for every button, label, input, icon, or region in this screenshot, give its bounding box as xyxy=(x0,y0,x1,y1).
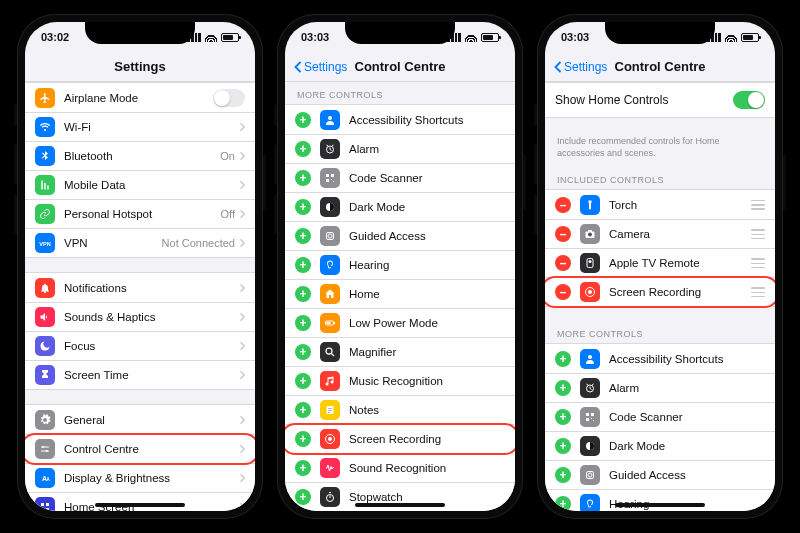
record-icon xyxy=(580,282,600,302)
grid-icon xyxy=(35,497,55,511)
settings-row-home-screen[interactable]: Home Screen xyxy=(25,492,255,511)
settings-row-airplane-mode[interactable]: Airplane Mode xyxy=(25,83,255,112)
settings-row-screen-time[interactable]: Screen Time xyxy=(25,360,255,389)
add-button[interactable]: + xyxy=(295,257,311,273)
add-button[interactable]: + xyxy=(295,141,311,157)
cell-label: Code Scanner xyxy=(349,172,505,184)
controlcentre-content[interactable]: Show Home ControlsInclude recommended co… xyxy=(545,82,775,511)
status-time: 03:02 xyxy=(41,31,69,43)
settings-row-sounds-haptics[interactable]: Sounds & Haptics xyxy=(25,302,255,331)
add-button[interactable]: + xyxy=(555,380,571,396)
remove-button[interactable]: – xyxy=(555,197,571,213)
chevron-right-icon xyxy=(239,312,245,322)
more-control-hearing[interactable]: +Hearing xyxy=(545,489,775,511)
add-button[interactable]: + xyxy=(555,351,571,367)
add-button[interactable]: + xyxy=(555,409,571,425)
remove-button[interactable]: – xyxy=(555,255,571,271)
add-button[interactable]: + xyxy=(555,467,571,483)
more-control-dark-mode[interactable]: +Dark Mode xyxy=(285,192,515,221)
settings-row-control-centre[interactable]: Control Centre xyxy=(25,434,255,463)
more-control-home[interactable]: +Home xyxy=(285,279,515,308)
wifi-status-icon xyxy=(465,33,477,42)
home-indicator[interactable] xyxy=(615,503,705,507)
home-indicator[interactable] xyxy=(95,503,185,507)
settings-row-personal-hotspot[interactable]: Personal HotspotOff xyxy=(25,199,255,228)
cell-label: General xyxy=(64,414,239,426)
drag-handle-icon[interactable] xyxy=(751,200,765,210)
add-button[interactable]: + xyxy=(295,373,311,389)
page-title: Control Centre xyxy=(615,59,706,74)
more-control-accessibility-shortcuts[interactable]: +Accessibility Shortcuts xyxy=(285,105,515,134)
settings-row-focus[interactable]: Focus xyxy=(25,331,255,360)
more-control-screen-recording[interactable]: +Screen Recording xyxy=(285,424,515,453)
drag-handle-icon[interactable] xyxy=(751,287,765,297)
more-control-music-recognition[interactable]: +Music Recognition xyxy=(285,366,515,395)
included-control-apple-tv-remote[interactable]: –Apple TV Remote xyxy=(545,248,775,277)
more-control-low-power-mode[interactable]: +Low Power Mode xyxy=(285,308,515,337)
add-button[interactable]: + xyxy=(555,496,571,511)
settings-row-bluetooth[interactable]: BluetoothOn xyxy=(25,141,255,170)
add-button[interactable]: + xyxy=(295,315,311,331)
remove-button[interactable]: – xyxy=(555,226,571,242)
more-control-magnifier[interactable]: +Magnifier xyxy=(285,337,515,366)
settings-row-general[interactable]: General xyxy=(25,405,255,434)
status-time: 03:03 xyxy=(561,31,589,43)
more-control-alarm[interactable]: +Alarm xyxy=(545,373,775,402)
back-button[interactable]: Settings xyxy=(553,60,607,74)
remove-button[interactable]: – xyxy=(555,284,571,300)
chevron-right-icon xyxy=(239,341,245,351)
section-header-more: More Controls xyxy=(285,82,515,104)
settings-content[interactable]: Airplane ModeWi-FiBluetoothOnMobile Data… xyxy=(25,82,255,511)
cell-label: VPN xyxy=(64,237,162,249)
cell-label: Sounds & Haptics xyxy=(64,311,239,323)
home-indicator[interactable] xyxy=(355,503,445,507)
toggle-airplane mode[interactable] xyxy=(213,89,245,107)
battery-icon xyxy=(221,33,239,42)
more-control-guided-access[interactable]: +Guided Access xyxy=(285,221,515,250)
toggle-show-home-controls[interactable] xyxy=(733,91,765,109)
wifi-icon xyxy=(35,117,55,137)
show-home-controls-row[interactable]: Show Home Controls xyxy=(545,83,775,117)
included-control-screen-recording[interactable]: –Screen Recording xyxy=(545,277,775,306)
more-control-hearing[interactable]: +Hearing xyxy=(285,250,515,279)
add-button[interactable]: + xyxy=(295,228,311,244)
add-button[interactable]: + xyxy=(555,438,571,454)
add-button[interactable]: + xyxy=(295,286,311,302)
chevron-right-icon xyxy=(239,283,245,293)
drag-handle-icon[interactable] xyxy=(751,258,765,268)
more-control-dark-mode[interactable]: +Dark Mode xyxy=(545,431,775,460)
bluetooth-icon xyxy=(35,146,55,166)
more-control-alarm[interactable]: +Alarm xyxy=(285,134,515,163)
add-button[interactable]: + xyxy=(295,170,311,186)
add-button[interactable]: + xyxy=(295,344,311,360)
add-button[interactable]: + xyxy=(295,199,311,215)
cell-label: Airplane Mode xyxy=(64,92,213,104)
link-icon xyxy=(35,204,55,224)
cell-label: Focus xyxy=(64,340,239,352)
settings-row-mobile-data[interactable]: Mobile Data xyxy=(25,170,255,199)
included-control-camera[interactable]: –Camera xyxy=(545,219,775,248)
settings-row-display-brightness[interactable]: AADisplay & Brightness xyxy=(25,463,255,492)
add-button[interactable]: + xyxy=(295,402,311,418)
add-button[interactable]: + xyxy=(295,460,311,476)
more-control-sound-recognition[interactable]: +Sound Recognition xyxy=(285,453,515,482)
controlcentre-content[interactable]: More Controls+Accessibility Shortcuts+Al… xyxy=(285,82,515,511)
settings-row-vpn[interactable]: VPNVPNNot Connected xyxy=(25,228,255,257)
drag-handle-icon[interactable] xyxy=(751,229,765,239)
included-control-torch[interactable]: –Torch xyxy=(545,190,775,219)
settings-row-notifications[interactable]: Notifications xyxy=(25,273,255,302)
more-control-notes[interactable]: +Notes xyxy=(285,395,515,424)
more-control-guided-access[interactable]: +Guided Access xyxy=(545,460,775,489)
svg-point-48 xyxy=(588,290,592,294)
hourglass-icon xyxy=(35,365,55,385)
back-button[interactable]: Settings xyxy=(293,60,347,74)
add-button[interactable]: + xyxy=(295,489,311,505)
add-button[interactable]: + xyxy=(295,431,311,447)
settings-row-wi-fi[interactable]: Wi-Fi xyxy=(25,112,255,141)
more-control-accessibility-shortcuts[interactable]: +Accessibility Shortcuts xyxy=(545,344,775,373)
chevron-right-icon xyxy=(239,444,245,454)
home-icon xyxy=(320,284,340,304)
add-button[interactable]: + xyxy=(295,112,311,128)
more-control-code-scanner[interactable]: +Code Scanner xyxy=(545,402,775,431)
more-control-code-scanner[interactable]: +Code Scanner xyxy=(285,163,515,192)
